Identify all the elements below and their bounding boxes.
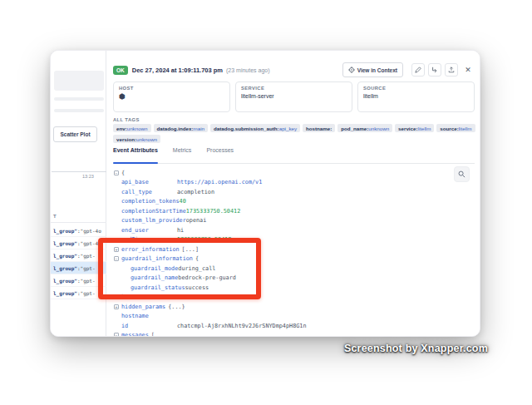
card-value: litellm-server bbox=[241, 93, 347, 99]
attribute-row[interactable]: end_userhi bbox=[114, 225, 471, 235]
attribute-key[interactable]: completion_tokens bbox=[121, 198, 180, 205]
tag-key: env: bbox=[116, 126, 127, 131]
attribute-row[interactable]: hostname bbox=[114, 312, 471, 322]
info-card[interactable]: HOST⬢ bbox=[113, 81, 230, 112]
attribute-value[interactable]: https://api.openai.com/v1 bbox=[177, 179, 262, 185]
export-icon bbox=[448, 67, 455, 73]
info-card[interactable]: SERVICElitellm-server bbox=[235, 81, 352, 112]
tag-value: unknown bbox=[136, 136, 157, 142]
related-data-button[interactable] bbox=[428, 63, 441, 77]
log-row[interactable]: l_group":"gpt-4o bbox=[51, 225, 106, 237]
attribute-row[interactable]: +hidden_params{...} bbox=[114, 302, 471, 312]
log-row-key: l_group" bbox=[53, 265, 77, 271]
attribute-key[interactable]: messages bbox=[121, 332, 149, 337]
card-label: SERVICE bbox=[241, 86, 347, 91]
tag-pill[interactable]: datadog.index:main bbox=[154, 124, 208, 132]
attribute-suffix: [ bbox=[151, 332, 155, 337]
status-badge: OK bbox=[113, 66, 128, 75]
background-block bbox=[54, 71, 104, 91]
collapse-box-icon[interactable]: − bbox=[114, 170, 119, 175]
open-brace: { bbox=[121, 170, 125, 176]
attribute-row[interactable]: completion_tokens40 bbox=[114, 197, 471, 207]
attribute-value[interactable]: openai bbox=[186, 217, 207, 224]
tag-key: version: bbox=[116, 136, 136, 142]
tab-metrics[interactable]: Metrics bbox=[173, 147, 192, 163]
attribute-row[interactable]: api_basehttps://api.openai.com/v1 bbox=[114, 178, 471, 188]
attribute-key[interactable]: hidden_params bbox=[121, 304, 165, 310]
tag-pill[interactable]: env:unknown bbox=[113, 124, 151, 132]
attribute-key[interactable]: custom_llm_provider bbox=[121, 217, 186, 224]
view-in-context-button[interactable]: View in Context bbox=[342, 62, 403, 77]
attribute-value[interactable]: 1735333750.50412 bbox=[186, 208, 240, 215]
tag-value: litellm bbox=[459, 126, 472, 131]
tag-pill[interactable]: version:unknown bbox=[113, 135, 160, 143]
background-bar bbox=[54, 97, 104, 101]
attribute-value[interactable]: chatcmpl-Aj8rxhNLht9v2J6rSNYDmp4pH8G1n bbox=[177, 323, 307, 329]
divider bbox=[51, 222, 106, 223]
collapse-box-icon[interactable]: − bbox=[114, 333, 119, 337]
tag-list: env:unknowndatadog.index:maindatadog.sub… bbox=[113, 124, 479, 143]
tab-event-attributes[interactable]: Event Attributes bbox=[113, 147, 158, 163]
attribute-row[interactable]: idchatcmpl-Aj8rxhNLht9v2J6rSNYDmp4pH8G1n bbox=[114, 321, 471, 331]
scatter-plot-button[interactable]: Scatter Plot bbox=[53, 126, 97, 142]
expand-box-icon[interactable]: + bbox=[114, 304, 119, 309]
log-row-value: :"gpt- bbox=[77, 290, 96, 296]
tag-value: litellm bbox=[418, 126, 431, 131]
tag-pill[interactable]: service:litellm bbox=[395, 124, 434, 132]
tag-value: unknown bbox=[127, 126, 148, 131]
log-row-key: l_group" bbox=[53, 253, 77, 259]
card-value: litellm bbox=[363, 93, 469, 99]
crosshair-icon bbox=[348, 67, 355, 73]
attribute-row[interactable]: custom_llm_provideropenai bbox=[114, 216, 471, 226]
timeline-axis bbox=[52, 171, 106, 172]
event-header: OK Dec 27, 2024 at 1:09:11.703 pm (23 mi… bbox=[113, 62, 475, 78]
tag-value: api_key bbox=[279, 126, 297, 131]
tag-pill[interactable]: hostname: bbox=[303, 124, 335, 132]
panel-tabs: Event AttributesMetricsProcesses bbox=[113, 147, 475, 164]
attribute-value[interactable]: 40 bbox=[180, 198, 186, 205]
tab-processes[interactable]: Processes bbox=[206, 147, 234, 163]
log-row-value: :"gpt-4o bbox=[77, 228, 101, 234]
table-column-header: T bbox=[53, 214, 57, 219]
edit-button[interactable] bbox=[411, 63, 425, 77]
log-row-key: l_group" bbox=[53, 228, 77, 234]
attribute-key[interactable]: end_user bbox=[121, 227, 177, 234]
all-tags-label: ALL TAGS bbox=[113, 117, 140, 122]
log-row-value: :"gpt- bbox=[77, 265, 96, 271]
host-service-source-cards: HOST⬢SERVICElitellm-serverSOURCElitellm bbox=[113, 81, 475, 112]
pencil-icon bbox=[415, 67, 421, 73]
tag-value: unknown bbox=[368, 126, 389, 131]
attribute-key[interactable]: hostname bbox=[121, 313, 149, 319]
attribute-key[interactable]: id bbox=[121, 323, 177, 329]
tag-key: service: bbox=[398, 126, 417, 131]
export-button[interactable] bbox=[445, 63, 458, 77]
attribute-row[interactable]: −{ bbox=[114, 168, 471, 178]
attribute-value[interactable]: acompletion bbox=[177, 189, 214, 195]
attribute-row[interactable]: call_typeacompletion bbox=[114, 187, 471, 197]
tag-key: datadog.submission_auth: bbox=[214, 126, 279, 131]
close-icon[interactable]: ✕ bbox=[461, 63, 475, 77]
tag-pill[interactable]: source:litellm bbox=[436, 124, 475, 132]
background-bar bbox=[54, 109, 104, 112]
attribute-key[interactable]: call_type bbox=[121, 189, 177, 195]
log-row-key: l_group" bbox=[53, 240, 77, 246]
tag-key: source: bbox=[440, 126, 458, 131]
card-label: SOURCE bbox=[363, 86, 469, 91]
log-row-key: l_group" bbox=[53, 290, 77, 296]
event-time-ago: (23 minutes ago) bbox=[226, 67, 270, 73]
host-hexagon-icon: ⬢ bbox=[119, 93, 126, 101]
attribute-key[interactable]: api_base bbox=[121, 179, 177, 185]
attribute-row[interactable]: completionStartTime1735333750.50412 bbox=[114, 206, 471, 216]
watermark-text: Screenshot by Xnapper.com bbox=[344, 343, 488, 354]
attribute-key[interactable]: completionStartTime bbox=[121, 208, 186, 215]
card-value: ⬢ bbox=[119, 93, 224, 101]
attribute-suffix: {...} bbox=[168, 304, 185, 310]
attribute-row[interactable]: −messages[ bbox=[114, 331, 471, 338]
log-row-value: :"gpt- bbox=[77, 278, 96, 284]
tag-pill[interactable]: datadog.submission_auth:api_key bbox=[210, 124, 300, 132]
tag-value: main bbox=[194, 126, 204, 131]
tag-key: datadog.index: bbox=[157, 126, 194, 131]
tag-pill[interactable]: pod_name:unknown bbox=[337, 124, 392, 132]
info-card[interactable]: SOURCElitellm bbox=[357, 81, 475, 112]
attribute-value[interactable]: hi bbox=[177, 227, 184, 234]
